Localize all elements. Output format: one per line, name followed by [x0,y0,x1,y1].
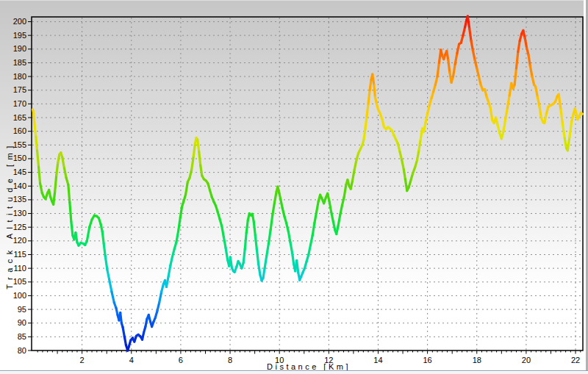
altitude-profile-chart: 8085909510010511011512012513013514014515… [0,0,588,374]
x-tick-label: 20 [522,356,531,364]
track-altitude-line-segment [259,265,260,276]
y-tick-label: 200 [13,17,26,26]
track-altitude-line-segment [255,235,257,249]
track-altitude-line-segment [58,154,60,162]
track-altitude-line-segment [201,165,202,176]
track-altitude-line-segment [498,124,500,132]
track-altitude-line-segment [374,84,376,97]
track-altitude-line-segment [243,249,245,263]
track-altitude-line-segment [199,152,201,166]
track-altitude-line-segment [34,112,35,126]
y-tick-label: 115 [13,250,26,259]
track-altitude-line-segment [373,74,374,84]
track-altitude-line-segment [190,170,192,178]
y-tick-label: 105 [13,277,26,286]
track-altitude-line-segment [282,208,284,216]
track-altitude-line-segment [124,337,126,345]
track-altitude-line-segment [297,261,298,273]
track-altitude-line-segment [507,96,509,108]
track-altitude-line-segment [435,76,437,84]
y-tick-label: 190 [13,44,26,53]
track-altitude-line-segment [157,303,159,311]
y-tick-label: 145 [13,168,26,176]
track-altitude-line-segment [523,30,525,37]
track-altitude-line-segment [76,233,77,242]
x-tick-label: 2 [80,356,85,364]
track-altitude-line-segment [333,222,334,230]
track-altitude-line-segment [162,284,164,291]
y-tick-label: 180 [13,72,26,81]
track-altitude-line-segment [40,184,43,193]
track-altitude-line-segment [471,41,473,51]
track-altitude-line-segment [448,60,450,73]
track-altitude-line-segment [561,109,563,125]
track-altitude-line-segment [246,220,248,233]
track-altitude-line-segment [123,327,124,337]
track-altitude-line-segment [274,192,276,203]
track-altitude-line-segment [198,140,199,152]
track-altitude-line-segment [528,54,530,65]
y-tick-label: 185 [13,58,26,67]
track-altitude-line-segment [226,248,228,260]
x-tick-label: 22 [571,356,580,364]
y-tick-label: 125 [13,223,26,231]
y-tick-label: 90 [18,318,26,327]
track-altitude-line-segment [453,64,456,76]
track-altitude-line-segment [351,181,352,189]
track-altitude-line-segment [506,108,508,119]
track-altitude-line-segment [281,200,282,208]
track-altitude-line-segment [312,223,315,236]
track-altitude-line-segment [485,90,487,97]
track-altitude-line-segment [344,184,346,197]
track-altitude-line-segment [530,65,532,76]
track-altitude-line-segment [338,215,340,226]
track-altitude-line-segment [64,168,66,178]
track-altitude-line-segment [470,29,471,41]
track-altitude-line-segment [166,276,168,287]
track-altitude-line-segment [537,97,539,107]
track-altitude-line-segment [473,51,475,60]
x-tick-label: 6 [179,356,183,364]
track-altitude-line-segment [475,60,477,68]
track-altitude-line-segment [70,203,71,222]
track-altitude-line-segment [68,184,70,202]
track-altitude-line-segment [478,76,481,84]
x-tick-label: 14 [373,356,382,364]
y-tick-label: 135 [13,195,26,204]
track-altitude-line-segment [490,108,492,121]
track-altitude-line-segment [310,235,312,245]
track-altitude-line-segment [186,182,188,195]
track-altitude-line-segment [223,237,226,248]
y-tick-label: 150 [13,154,26,162]
track-altitude-line-segment [317,201,319,212]
track-altitude-line-segment [400,152,402,160]
track-altitude-line-segment [37,151,39,167]
track-altitude-line-segment [354,160,356,170]
track-altitude-line-segment [171,256,173,265]
track-altitude-line-segment [168,265,171,276]
track-altitude-line-segment [424,123,426,132]
track-altitude-line-segment [273,203,275,215]
y-tick-label: 165 [13,113,26,122]
track-altitude-line-segment [192,156,194,170]
y-tick-label: 195 [13,31,26,40]
track-altitude-line-segment [514,68,516,84]
y-tick-label: 85 [18,332,26,341]
track-altitude-line-segment [426,113,428,123]
x-tick-label: 4 [129,356,134,364]
y-tick-label: 175 [13,85,26,94]
y-tick-label: 170 [13,99,26,108]
y-tick-label: 140 [13,181,26,190]
y-axis-title: Track Altitude [m] [5,141,14,290]
y-tick-label: 160 [13,126,26,135]
track-altitude-line-segment [104,244,105,256]
track-altitude-line-segment [419,140,420,151]
x-tick-label: 18 [473,356,481,364]
track-altitude-line-segment [570,122,572,137]
track-altitude-line-segment [368,90,370,104]
track-altitude-line-segment [382,119,384,127]
elevation-profile-panel: 8085909510010511011512012513013514014515… [0,0,588,374]
track-altitude-line-segment [404,170,405,179]
track-altitude-line-segment [71,222,73,236]
track-altitude-line-segment [110,279,112,292]
